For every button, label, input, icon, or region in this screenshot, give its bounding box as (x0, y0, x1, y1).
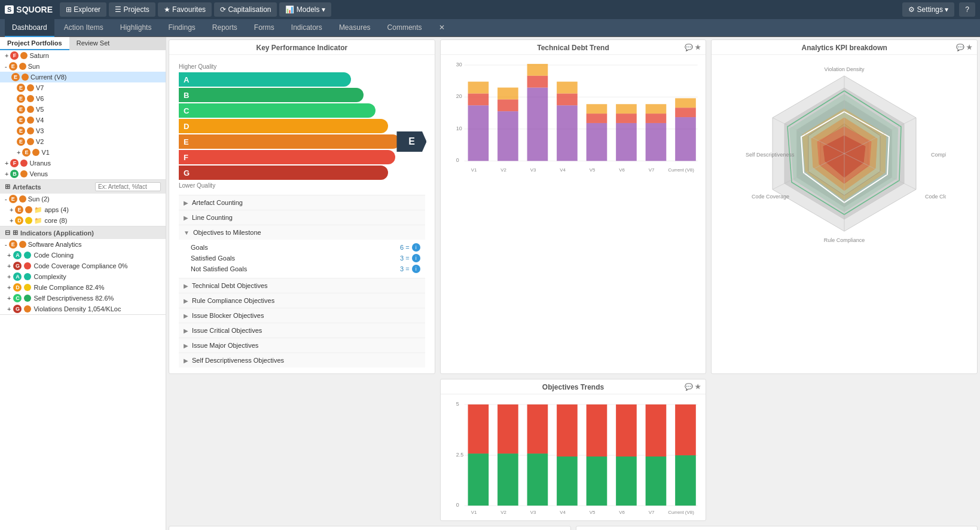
ind-self-desc: + C Self Descriptiveness 82.6% (0, 293, 166, 304)
nav-settings[interactable]: ⚙ Settings ▾ (902, 2, 954, 17)
tree-v2[interactable]: E V2 (0, 136, 166, 147)
svg-text:V7: V7 (648, 167, 654, 173)
svg-rect-78 (616, 405, 637, 457)
tab-action-items[interactable]: Action Items (57, 19, 111, 37)
tab-forms[interactable]: Forms (247, 19, 282, 37)
nav-capitalisation[interactable]: ⟳ Capitalisation (214, 2, 277, 17)
self-desc-label: Self Descriptiveness Objectives (192, 357, 284, 364)
svg-text:Complexity: Complexity (931, 152, 946, 158)
accordion-critical-header[interactable]: ▶ Issue Critical Objectives (179, 323, 425, 338)
tab-highlights[interactable]: Highlights (113, 19, 159, 37)
apps-badge: E (15, 206, 23, 214)
bar-a: A (179, 72, 351, 87)
artefacts-search[interactable] (95, 182, 161, 191)
expand-icon: - (5, 63, 7, 70)
core-icon (25, 217, 32, 224)
tree-v5[interactable]: E V5 (0, 104, 166, 115)
tab-dashboard[interactable]: Dashboard (5, 19, 54, 37)
svg-rect-24 (616, 114, 637, 123)
saturn-badge: F (10, 51, 19, 60)
apps-folder: 📁 (34, 206, 42, 214)
svg-rect-79 (645, 457, 666, 506)
nav-help[interactable]: ? (959, 2, 975, 17)
sidebar-tab-bar: Project Portfolios Review Set (0, 37, 166, 50)
tree-sun-artefact[interactable]: - E Sun (2) (0, 194, 166, 204)
comp-label: Complexity (33, 273, 66, 280)
ind-expand-plus[interactable]: ⊞ (13, 229, 18, 237)
tab-measures[interactable]: Measures (332, 19, 378, 37)
v2-label: V2 (36, 138, 44, 145)
tab-reports[interactable]: Reports (205, 19, 245, 37)
artefacts-expand[interactable]: ⊞ (5, 183, 10, 191)
bar-d: D (179, 119, 388, 133)
tab-findings[interactable]: Findings (161, 19, 202, 37)
accordion-tech-header[interactable]: ▶ Technical Debt Objectives (179, 278, 425, 293)
comp-badge: A (13, 272, 22, 281)
tab-comments[interactable]: Comments (380, 19, 429, 37)
arrow-icon: ▶ (184, 215, 188, 221)
accordion-line-header[interactable]: ▶ Line Counting (179, 210, 425, 225)
apps-label: apps (4) (44, 206, 68, 213)
tree-software-analytics[interactable]: - E Software Analytics (0, 239, 166, 250)
goals-row: Goals 6 = i (191, 242, 420, 253)
svg-text:V6: V6 (619, 510, 625, 515)
tree-v1[interactable]: + E V1 (0, 147, 166, 158)
tree-sun[interactable]: - E Sun (0, 61, 166, 72)
expand-icon: - (5, 195, 7, 203)
vd-badge: G (13, 305, 22, 313)
sun-icon (19, 63, 26, 70)
tree-venus[interactable]: + B Venus (0, 169, 166, 179)
info-icon-2[interactable]: i (412, 254, 420, 262)
accordion-blocker-header[interactable]: ▶ Issue Blocker Objectives (179, 308, 425, 323)
accordion-artefact-header[interactable]: ▶ Artefact Counting (179, 195, 425, 210)
svg-text:V5: V5 (589, 510, 595, 515)
ind-code-cloning: + A Code Cloning (0, 250, 166, 261)
svg-text:V2: V2 (500, 510, 506, 515)
core-label: core (8) (44, 217, 67, 224)
accordion-obj-content: Goals 6 = i Satisfied Goals 3 = (179, 240, 425, 278)
v7-icon (27, 84, 34, 91)
kpi-bar-d: D (179, 119, 425, 133)
v1-badge: E (22, 148, 30, 157)
sd-badge: C (13, 294, 22, 302)
panel-icons: 💬 ★ (685, 383, 701, 391)
nav-models[interactable]: 📊 Models ▾ (279, 2, 331, 17)
not-satisfied-value: 3 = (400, 265, 410, 272)
nav-explorer[interactable]: ⊞ Explorer (60, 2, 106, 17)
project-tree-section: + F Saturn - E Sun E Current (V8) E V7 (0, 50, 166, 180)
sidebar-tab-portfolios[interactable]: Project Portfolios (0, 37, 69, 50)
svg-rect-9 (468, 93, 489, 105)
svg-rect-30 (675, 108, 696, 117)
nav-favourites[interactable]: ★ Favourites (158, 2, 212, 17)
artefacts-label: Artefacts (13, 183, 41, 191)
accordion-rule-header[interactable]: ▶ Rule Compliance Objectives (179, 293, 425, 308)
tree-v6[interactable]: E V6 (0, 93, 166, 104)
info-icon-3[interactable]: i (412, 265, 420, 273)
accordion-major-header[interactable]: ▶ Issue Major Objectives (179, 338, 425, 353)
tree-saturn[interactable]: + F Saturn (0, 50, 166, 61)
tab-close[interactable]: ✕ (432, 19, 452, 37)
svg-rect-67 (468, 454, 489, 506)
ind-expand-minus[interactable]: ⊟ (5, 229, 10, 237)
v1-label: V1 (41, 149, 49, 156)
tree-v3[interactable]: E V3 (0, 125, 166, 136)
kpi-bar-c: C (179, 103, 425, 118)
tree-v7[interactable]: E V7 (0, 82, 166, 93)
v6-label: V6 (36, 95, 44, 102)
tree-v4[interactable]: E V4 (0, 115, 166, 125)
sidebar-tab-review[interactable]: Review Set (69, 37, 117, 50)
tree-core[interactable]: + D 📁 core (8) (0, 215, 166, 226)
tree-current-v8[interactable]: E Current (V8) (0, 72, 166, 82)
v4-badge: E (17, 116, 25, 124)
tab-indicators[interactable]: Indicators (284, 19, 329, 37)
accordion-obj-header[interactable]: ▼ Objectives to Milestone (179, 225, 425, 240)
tree-apps[interactable]: + E 📁 apps (4) (0, 204, 166, 215)
accordion-self-header[interactable]: ▶ Self Descriptiveness Objectives (179, 353, 425, 367)
nav-projects[interactable]: ☰ Projects (109, 2, 155, 17)
v4-icon (27, 117, 34, 124)
info-icon[interactable]: i (412, 243, 420, 252)
svg-rect-27 (645, 114, 666, 123)
tree-uranus[interactable]: + F Uranus (0, 158, 166, 169)
rule-compliance-label: Rule Compliance Objectives (192, 297, 274, 304)
svg-rect-10 (468, 82, 489, 94)
